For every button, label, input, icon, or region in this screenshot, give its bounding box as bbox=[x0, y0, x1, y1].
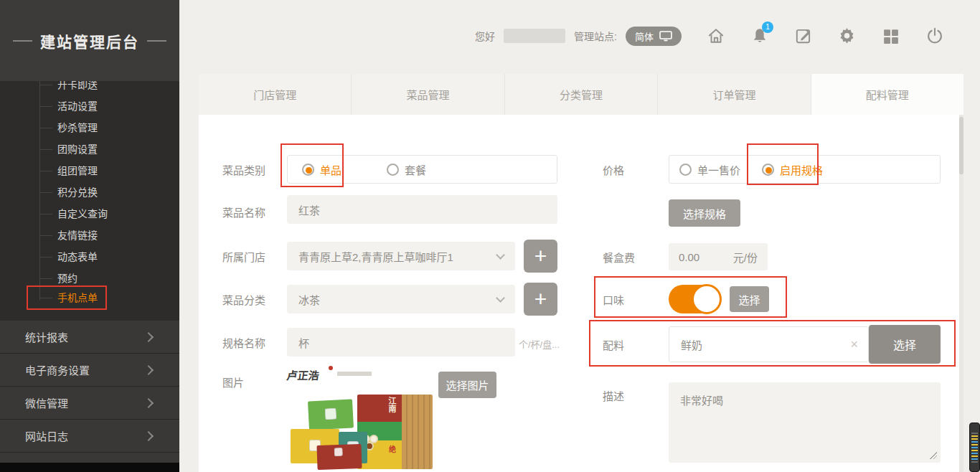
radio-enable-spec[interactable]: 启用规格 bbox=[762, 162, 823, 177]
dish-name-value: 红茶 bbox=[298, 202, 320, 217]
add-store-button[interactable]: + bbox=[524, 240, 557, 273]
apps-grid-button[interactable] bbox=[881, 27, 900, 46]
sidebar-item-groupbuy[interactable]: 团购设置 bbox=[57, 142, 98, 156]
green-tea-box bbox=[308, 399, 354, 430]
sidebar-group-ecommerce[interactable]: 电子商务设置 bbox=[0, 354, 179, 387]
dish-name-label: 菜品名称 bbox=[222, 204, 265, 220]
radio-dot bbox=[679, 164, 692, 176]
choose-image-button[interactable]: 选择图片 bbox=[438, 372, 496, 398]
sidebar-item-seckill[interactable]: 秒杀管理 bbox=[57, 121, 98, 135]
app-title: 建站管理后台 bbox=[40, 30, 139, 52]
manage-site-label: 管理站点: bbox=[574, 29, 617, 43]
sidebar-item-group-manage[interactable]: 组团管理 bbox=[57, 164, 98, 178]
sidebar-item-reservation[interactable]: 预约 bbox=[57, 271, 77, 285]
sidebar-header: 建站管理后台 bbox=[0, 0, 179, 81]
box-fee-label: 餐盒费 bbox=[603, 250, 635, 265]
spec-name-hint: 个/杯/盘... bbox=[519, 337, 560, 351]
edit-button[interactable] bbox=[793, 27, 813, 46]
store-select[interactable]: 青青原上草2,青青原上草咖啡厅1 bbox=[287, 242, 515, 270]
sidebar-group-wechat[interactable]: 微信管理 bbox=[0, 387, 179, 420]
browser-minimap-widget[interactable] bbox=[969, 423, 980, 472]
home-button[interactable] bbox=[706, 27, 725, 46]
radio-combo[interactable]: 套餐 bbox=[387, 162, 426, 177]
sidebar-item-points[interactable]: 积分兑换 bbox=[57, 185, 98, 199]
radio-dot-selected bbox=[762, 164, 774, 176]
group-label: 电子商务设置 bbox=[25, 362, 90, 377]
brand-seal-dot bbox=[329, 366, 333, 370]
ingredient-choose-button[interactable]: 选择 bbox=[869, 325, 941, 364]
ingredient-input[interactable]: 鲜奶 × bbox=[669, 326, 869, 362]
sidebar-item-activity[interactable]: 活动设置 bbox=[57, 99, 98, 113]
grid-icon bbox=[882, 27, 900, 45]
price-radio-group: 单一售价 启用规格 bbox=[669, 155, 941, 184]
radio-single-item[interactable]: 单品 bbox=[302, 162, 341, 177]
tab-dish-manage[interactable]: 菜品管理 bbox=[351, 74, 504, 115]
flavor-label: 口味 bbox=[603, 292, 624, 307]
lang-pill-label: 简体 bbox=[635, 29, 654, 43]
tab-store-manage[interactable]: 门店管理 bbox=[199, 74, 351, 115]
sidebar-group-sitelog[interactable]: 网站日志 bbox=[0, 420, 179, 453]
content-panel: 门店管理 菜品管理 分类管理 订单管理 配料管理 菜品类别 单品 套餐 菜品名称… bbox=[199, 74, 963, 472]
chevron-right-icon bbox=[143, 397, 154, 407]
logout-button[interactable] bbox=[925, 27, 944, 46]
sidebar-tree-line bbox=[39, 75, 40, 300]
radio-single-price[interactable]: 单一售价 bbox=[679, 162, 740, 177]
dish-form: 菜品类别 单品 套餐 菜品名称 红茶 所属门店 青青原上草2,青青原上草咖啡厅1 bbox=[199, 115, 963, 472]
flavor-toggle[interactable] bbox=[669, 285, 720, 313]
redacted-username bbox=[504, 29, 565, 43]
dish-class-value: 冰茶 bbox=[298, 292, 320, 307]
sidebar-groups: 统计报表 电子商务设置 微信管理 网站日志 bbox=[0, 321, 179, 463]
tab-order-manage[interactable]: 订单管理 bbox=[657, 74, 810, 115]
category-radio-group: 单品 套餐 bbox=[287, 155, 557, 184]
price-label: 价格 bbox=[603, 162, 624, 177]
edit-icon bbox=[794, 27, 813, 45]
radio-label: 单一售价 bbox=[697, 162, 740, 177]
radio-label: 启用规格 bbox=[780, 162, 823, 177]
sidebar-item-mobile-order[interactable]: 手机点单 bbox=[57, 291, 98, 305]
dish-photo: 卢正浩 江南 绝 bbox=[287, 367, 438, 469]
spec-name-value: 杯 bbox=[298, 335, 309, 350]
box-fee-unit: 元/份 bbox=[733, 250, 758, 265]
brand-subtext bbox=[337, 372, 372, 376]
category-label: 菜品类别 bbox=[222, 162, 265, 177]
sidebar-item-links[interactable]: 友情链接 bbox=[57, 228, 98, 242]
flavor-choose-button[interactable]: 选择 bbox=[730, 286, 769, 312]
home-icon bbox=[707, 27, 725, 45]
radio-label: 套餐 bbox=[405, 162, 426, 177]
box-fee-input[interactable]: 0.00 元/份 bbox=[669, 243, 768, 270]
power-icon bbox=[925, 27, 944, 45]
store-select-value: 青青原上草2,青青原上草咖啡厅1 bbox=[298, 249, 453, 264]
description-value: 非常好喝 bbox=[680, 395, 723, 407]
clear-icon[interactable]: × bbox=[850, 337, 858, 352]
chevron-right-icon bbox=[143, 331, 154, 341]
greeting-text: 您好 bbox=[475, 29, 495, 43]
site-switch-button[interactable]: 简体 bbox=[626, 27, 682, 46]
image-label: 图片 bbox=[222, 374, 244, 390]
sidebar-item-custom-query[interactable]: 自定义查询 bbox=[57, 207, 108, 221]
topbar: 您好 管理站点: 简体 1 bbox=[179, 0, 980, 72]
notifications-button[interactable]: 1 bbox=[750, 27, 769, 46]
dish-name-input[interactable]: 红茶 bbox=[287, 195, 557, 224]
scrollbar-thumb[interactable] bbox=[959, 117, 963, 174]
monitor-icon bbox=[659, 31, 672, 42]
sidebar: 开卡即送 活动设置 秒杀管理 团购设置 组团管理 积分兑换 自定义查询 友情链接… bbox=[0, 0, 179, 472]
ingredient-label: 配料 bbox=[603, 337, 624, 352]
settings-button[interactable] bbox=[837, 27, 857, 46]
store-label: 所属门店 bbox=[222, 249, 265, 264]
add-class-button[interactable]: + bbox=[524, 283, 557, 316]
sidebar-item-dynamic-form[interactable]: 动态表单 bbox=[57, 250, 98, 264]
radio-dot bbox=[387, 164, 399, 176]
chevron-right-icon bbox=[143, 364, 154, 374]
group-label: 微信管理 bbox=[25, 395, 68, 410]
resize-handle[interactable] bbox=[930, 452, 937, 459]
ingredient-value: 鲜奶 bbox=[681, 337, 702, 352]
choose-spec-button[interactable]: 选择规格 bbox=[669, 199, 740, 227]
tab-ingredient-manage[interactable]: 配料管理 bbox=[811, 74, 963, 115]
spec-name-input[interactable]: 杯 bbox=[287, 328, 515, 357]
dish-class-select[interactable]: 冰茶 bbox=[287, 285, 515, 313]
tab-category-manage[interactable]: 分类管理 bbox=[504, 74, 657, 115]
chevron-right-icon bbox=[143, 430, 154, 440]
sidebar-group-stats[interactable]: 统计报表 bbox=[0, 321, 179, 354]
description-textarea[interactable]: 非常好喝 bbox=[669, 382, 941, 463]
notification-badge: 1 bbox=[762, 22, 773, 33]
